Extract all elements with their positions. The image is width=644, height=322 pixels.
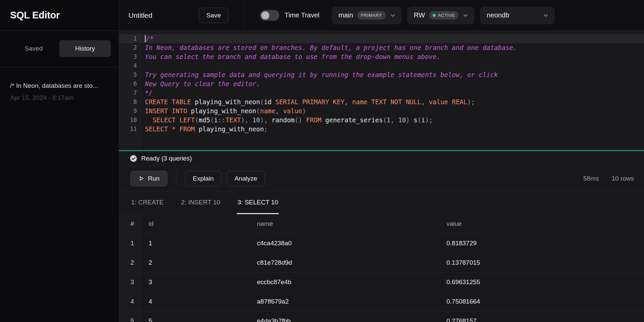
table-cell: 5 [119,311,142,322]
table-cell: 0.69631255 [440,272,644,292]
results-column-header: # [119,214,142,234]
chevron-down-icon [390,12,396,18]
table-cell: 5 [142,311,250,322]
play-icon [138,175,145,182]
table-row[interactable]: 33eccbc87e4b0.69631255 [119,272,644,292]
code-line[interactable]: 10 SELECT LEFT(md5(i::TEXT), 10), random… [119,116,644,125]
database-select[interactable]: neondb [480,7,554,24]
topbar: Untitled Save Time Travel main PRIMARY R… [119,0,644,31]
code-line[interactable]: 11SELECT * FROM playing_with_neon; [119,125,644,134]
query-title: Untitled [128,11,152,19]
code-line[interactable]: 9INSERT INTO playing_with_neon(name, val… [119,107,644,116]
table-cell: 2 [119,253,142,272]
table-cell: 0.75081664 [440,292,644,311]
code-line[interactable]: 5Try generating sample data and querying… [119,70,644,79]
line-number: 8 [119,98,142,107]
actions-row: Run Explain Analyze 58ms 10 rows [119,166,644,191]
results-column-header: id [142,214,250,234]
results-column-header: name [250,214,440,234]
query-row-count: 10 rows [611,175,634,182]
table-row[interactable]: 55e4da3b7fbb0.2768157 [119,311,644,322]
history-item-preview: /* In Neon, databases are sto... [10,82,109,89]
code-line[interactable]: 6New Query to clear the editor. [119,79,644,88]
time-travel-label: Time Travel [285,11,320,19]
compute-name: RW [414,11,425,19]
line-number: 5 [119,70,142,79]
code-text: You can select the branch and database t… [142,52,644,61]
result-tab-2-insert-10[interactable]: 2: INSERT 10 [180,191,221,214]
code-text [142,61,644,70]
sidebar-tab-saved[interactable]: Saved [8,40,59,57]
results-column-header: value [440,214,644,234]
sidebar-header: SQL Editor [0,0,119,31]
code-text: SELECT LEFT(md5(i::TEXT), 10), random() … [142,116,644,125]
history-item-timestamp: Apr 15, 2024 - 8:17am [10,94,109,102]
status-text: Ready (3 queries) [141,155,192,162]
table-cell: e4da3b7fbb [250,311,440,322]
code-text: CREATE TABLE playing_with_neon(id SERIAL… [142,98,644,107]
ready-check-icon [130,155,137,162]
code-text: Try generating sample data and querying … [142,70,644,79]
time-travel-toggle[interactable] [260,10,279,21]
line-number: 6 [119,79,142,88]
text-cursor [145,35,146,42]
code-line[interactable]: 8CREATE TABLE playing_with_neon(id SERIA… [119,98,644,107]
code-line[interactable]: 2In Neon, databases are stored on branch… [119,43,644,52]
table-cell: c4ca4238a0 [250,234,440,253]
code-text: In Neon, databases are stored on branche… [142,43,644,52]
table-cell: c81e728d9d [250,253,440,272]
code-line[interactable]: 1/* [119,34,644,43]
page-title: SQL Editor [10,10,60,21]
line-number: 10 [119,116,142,125]
save-button[interactable]: Save [199,8,228,23]
code-editor[interactable]: 1/*2In Neon, databases are stored on bra… [119,31,644,150]
line-number: 1 [119,34,142,43]
branch-select[interactable]: main PRIMARY [332,7,401,24]
line-number: 2 [119,43,142,52]
table-cell: 3 [119,272,142,292]
database-name: neondb [487,11,509,19]
table-row[interactable]: 11c4ca4238a00.8183729 [119,234,644,253]
code-text: /* [142,34,644,43]
table-cell: 1 [142,234,250,253]
explain-button[interactable]: Explain [185,171,221,186]
code-line[interactable]: 3You can select the branch and database … [119,52,644,61]
table-row[interactable]: 22c81e728d9d0.13787015 [119,253,644,272]
branch-primary-badge: PRIMARY [357,11,386,19]
results-table: #idnamevalue 11c4ca4238a00.818372922c81e… [119,214,644,322]
code-line[interactable]: 7*/ [119,88,644,98]
table-row[interactable]: 44a87ff679a20.75081664 [119,292,644,311]
query-metrics: 58ms 10 rows [583,175,634,182]
results-header-row: #idnamevalue [119,214,644,234]
table-cell: 4 [119,292,142,311]
result-tab-1-create[interactable]: 1: CREATE [130,191,164,214]
table-cell: 4 [142,292,250,311]
compute-active-label: ACTIVE [438,13,455,18]
status-bar: Ready (3 queries) [119,151,644,166]
line-number: 3 [119,52,142,61]
line-number: 7 [119,88,142,98]
table-cell: a87ff679a2 [250,292,440,311]
run-button[interactable]: Run [130,171,167,186]
sidebar-tab-history[interactable]: History [59,40,111,57]
history-item[interactable]: /* In Neon, databases are sto...Apr 15, … [0,67,119,102]
analyze-button[interactable]: Analyze [227,171,265,186]
actions-divider [176,171,176,186]
table-cell: 1 [119,234,142,253]
branch-name: main [338,11,353,19]
chevron-down-icon [543,12,549,18]
results-body: 11c4ca4238a00.818372922c81e728d9d0.13787… [119,234,644,322]
run-button-label: Run [148,175,160,182]
active-dot-icon [433,14,436,17]
code-line[interactable]: 4 [119,61,644,70]
line-number: 9 [119,107,142,116]
table-cell: 3 [142,272,250,292]
result-tab-3-select-10[interactable]: 3: SELECT 10 [237,191,279,214]
main-panel: Untitled Save Time Travel main PRIMARY R… [119,0,644,322]
sql-editor-app: SQL Editor SavedHistory /* In Neon, data… [0,0,644,322]
compute-select[interactable]: RW ACTIVE [408,7,475,24]
toggle-knob-icon [261,11,269,19]
code-text: SELECT * FROM playing_with_neon; [142,125,644,134]
history-list: /* In Neon, databases are sto...Apr 15, … [0,67,119,102]
table-cell: 0.8183729 [440,234,644,253]
